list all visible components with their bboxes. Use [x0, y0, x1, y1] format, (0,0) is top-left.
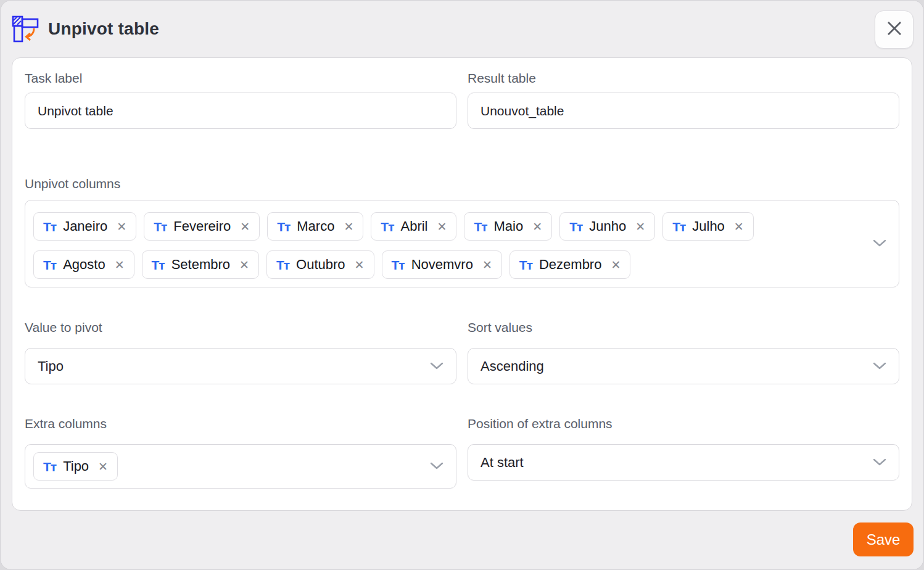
text-type-icon: Tᴛ — [276, 258, 289, 271]
extra-columns-multiselect[interactable]: TᴛTipo✕ — [25, 444, 456, 489]
remove-chip-icon[interactable]: ✕ — [480, 259, 492, 271]
chip-label: Setembro — [171, 257, 230, 273]
position-extra-select[interactable]: At start — [468, 444, 899, 481]
column-chip[interactable]: TᴛSetembro✕ — [142, 250, 259, 279]
column-chip[interactable]: TᴛJaneiro✕ — [33, 212, 136, 241]
position-extra-value: At start — [481, 455, 524, 471]
remove-chip-icon[interactable]: ✕ — [434, 221, 447, 233]
column-chip[interactable]: TᴛMaio✕ — [464, 212, 552, 241]
remove-chip-icon[interactable]: ✕ — [112, 259, 125, 271]
chevron-down-icon — [430, 361, 443, 372]
sort-values-value: Ascending — [481, 358, 544, 374]
remove-chip-icon[interactable]: ✕ — [237, 221, 250, 233]
text-type-icon: Tᴛ — [381, 220, 394, 233]
text-type-icon: Tᴛ — [152, 258, 165, 271]
position-extra-field: Position of extra columns At start — [468, 416, 899, 489]
text-type-icon: Tᴛ — [43, 258, 56, 271]
dialog-title: Unpivot table — [48, 19, 159, 39]
chip-label: Julho — [692, 218, 725, 234]
text-type-icon: Tᴛ — [43, 220, 56, 233]
column-chip[interactable]: TᴛMarco✕ — [267, 212, 363, 241]
save-button[interactable]: Save — [853, 522, 914, 556]
column-chip[interactable]: TᴛNovemvro✕ — [382, 250, 502, 279]
value-to-pivot-label: Value to pivot — [25, 320, 456, 336]
row-pivot-sort: Value to pivot Tipo Sort values Ascendin… — [25, 320, 899, 384]
remove-chip-icon[interactable]: ✕ — [608, 259, 621, 271]
task-label-input[interactable] — [25, 93, 456, 129]
chevron-down-icon — [873, 457, 886, 468]
chip-label: Fevereiro — [173, 218, 231, 234]
column-chip[interactable]: TᴛJulho✕ — [662, 212, 754, 241]
remove-chip-icon[interactable]: ✕ — [96, 461, 108, 473]
text-type-icon: Tᴛ — [392, 258, 405, 271]
unpivot-columns-section: Unpivot columns TᴛJaneiro✕TᴛFevereiro✕Tᴛ… — [25, 176, 899, 287]
chip-label: Junho — [589, 218, 626, 234]
extra-columns-field: Extra columns TᴛTipo✕ — [25, 416, 456, 489]
result-table-input[interactable] — [468, 93, 899, 129]
column-chip[interactable]: TᴛTipo✕ — [33, 452, 118, 481]
column-chip[interactable]: TᴛAgosto✕ — [33, 250, 134, 279]
text-type-icon: Tᴛ — [474, 220, 487, 233]
extra-columns-label: Extra columns — [25, 416, 456, 432]
chip-label: Marco — [297, 218, 334, 234]
unpivot-table-icon — [11, 15, 39, 43]
remove-chip-icon[interactable]: ✕ — [237, 259, 249, 271]
close-button[interactable] — [875, 10, 914, 49]
close-icon — [886, 20, 903, 39]
remove-chip-icon[interactable]: ✕ — [341, 221, 353, 233]
sort-values-field: Sort values Ascending — [468, 320, 899, 384]
remove-chip-icon[interactable]: ✕ — [114, 221, 126, 233]
unpivot-table-dialog: Unpivot table Task label Result table Un… — [0, 0, 924, 570]
chip-label: Agosto — [63, 257, 105, 273]
task-label-field: Task label — [25, 70, 456, 129]
chip-label: Abril — [400, 218, 427, 234]
form-card: Task label Result table Unpivot columns … — [12, 57, 912, 511]
column-chip[interactable]: TᴛFevereiro✕ — [144, 212, 260, 241]
text-type-icon: Tᴛ — [672, 220, 685, 233]
chevron-down-icon[interactable] — [873, 238, 886, 249]
position-extra-label: Position of extra columns — [468, 416, 899, 432]
text-type-icon: Tᴛ — [277, 220, 290, 233]
row-names: Task label Result table — [25, 70, 899, 129]
dialog-header: Unpivot table — [1, 1, 923, 57]
text-type-icon: Tᴛ — [154, 220, 167, 233]
remove-chip-icon[interactable]: ✕ — [530, 221, 542, 233]
chip-label: Dezembro — [539, 257, 601, 273]
column-chip[interactable]: TᴛAbril✕ — [371, 212, 456, 241]
sort-values-label: Sort values — [468, 320, 899, 336]
remove-chip-icon[interactable]: ✕ — [352, 259, 365, 271]
chevron-down-icon[interactable] — [430, 461, 443, 472]
value-to-pivot-field: Value to pivot Tipo — [25, 320, 456, 384]
sort-values-select[interactable]: Ascending — [468, 348, 899, 384]
result-table-label: Result table — [468, 70, 899, 86]
value-to-pivot-value: Tipo — [38, 358, 64, 374]
remove-chip-icon[interactable]: ✕ — [732, 221, 744, 233]
column-chip[interactable]: TᴛDezembro✕ — [509, 250, 631, 279]
chip-label: Janeiro — [63, 218, 107, 234]
text-type-icon: Tᴛ — [519, 258, 532, 271]
unpivot-columns-label: Unpivot columns — [25, 176, 899, 192]
result-table-field: Result table — [468, 70, 899, 129]
unpivot-columns-multiselect[interactable]: TᴛJaneiro✕TᴛFevereiro✕TᴛMarco✕TᴛAbril✕Tᴛ… — [25, 200, 899, 287]
chip-label: Outubro — [296, 257, 345, 273]
chip-label: Maio — [494, 218, 524, 234]
row-extra: Extra columns TᴛTipo✕ Position of extra … — [25, 416, 899, 489]
text-type-icon: Tᴛ — [569, 220, 582, 233]
text-type-icon: Tᴛ — [43, 460, 56, 473]
chip-label: Novemvro — [411, 257, 473, 273]
column-chip[interactable]: TᴛOutubro✕ — [266, 250, 374, 279]
value-to-pivot-select[interactable]: Tipo — [25, 348, 456, 384]
chip-label: Tipo — [63, 458, 89, 474]
remove-chip-icon[interactable]: ✕ — [633, 221, 645, 233]
column-chip[interactable]: TᴛJunho✕ — [559, 212, 655, 241]
chevron-down-icon — [873, 361, 886, 372]
task-label-label: Task label — [25, 70, 456, 86]
